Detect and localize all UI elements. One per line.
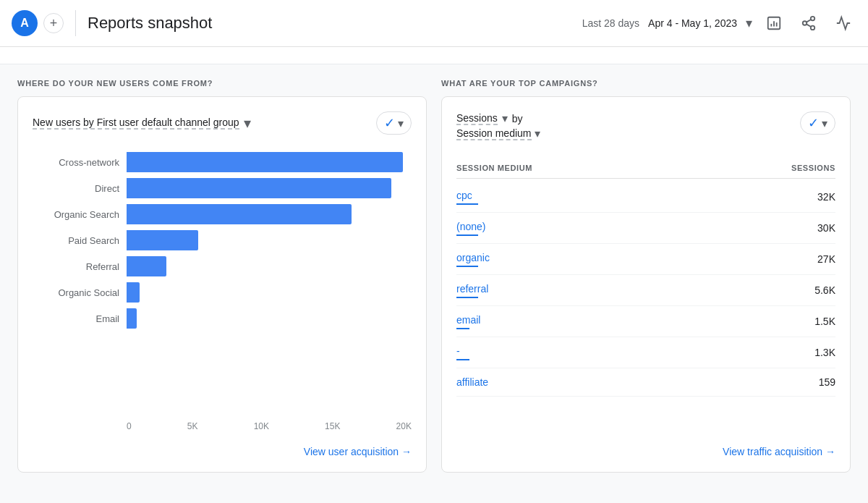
right-check-icon: ✓ [808, 115, 819, 131]
sessions-label[interactable]: Sessions [456, 112, 498, 125]
svg-line-7 [807, 24, 811, 27]
row-medium-cell: cpc [456, 189, 478, 205]
bar-row: Paid Search [33, 230, 412, 250]
svg-point-4 [811, 17, 815, 21]
right-section-title: WHAT ARE YOUR TOP CAMPAIGNS? [441, 79, 851, 88]
table-row: organic27K [456, 244, 835, 275]
check-icon: ✓ [384, 115, 395, 131]
row-medium-cell: affiliate [456, 376, 488, 389]
bar-label: Cross-network [33, 157, 119, 168]
bar-track [127, 308, 412, 329]
right-check-dropdown-arrow[interactable]: ▾ [822, 117, 827, 130]
bar-fill[interactable] [127, 204, 352, 224]
report-icon-btn[interactable] [761, 10, 787, 36]
bar-fill[interactable] [127, 152, 403, 172]
bar-label: Organic Social [33, 287, 119, 298]
last-x-days: Last 28 days [582, 17, 639, 29]
row-underline [456, 234, 478, 236]
row-medium-cell: referral [456, 282, 488, 298]
add-button[interactable]: + [43, 13, 64, 33]
bar-label: Direct [33, 183, 119, 194]
bar-track [127, 256, 412, 276]
right-section: WHAT ARE YOUR TOP CAMPAIGNS? Sessions ▾ … [441, 64, 851, 473]
bar-fill[interactable] [127, 178, 391, 198]
bar-chart: Cross-networkDirectOrganic SearchPaid Se… [33, 152, 412, 431]
row-sessions-value: 27K [817, 253, 835, 265]
bar-row: Organic Search [33, 204, 412, 224]
main-content: WHERE DO YOUR NEW USERS COME FROM? New u… [0, 64, 868, 490]
row-medium-label[interactable]: - [456, 345, 460, 357]
row-medium-cell: - [456, 345, 469, 360]
table-row: affiliate159 [456, 368, 835, 397]
header: A + Reports snapshot Last 28 days Apr 4 … [0, 0, 868, 47]
svg-point-6 [811, 26, 815, 30]
x-axis-label: 10K [254, 421, 269, 431]
bar-fill[interactable] [127, 282, 140, 303]
bar-row: Direct [33, 178, 412, 198]
sessions-title-group: Sessions ▾ by Session medium ▾ [456, 111, 540, 140]
bar-track [127, 204, 412, 224]
report-icon [766, 15, 782, 31]
view-traffic-acquisition-link[interactable]: View traffic acquisition → [456, 431, 835, 457]
col-header-sessions: SESSIONS [791, 164, 835, 172]
sessions-line1: Sessions ▾ by [456, 111, 540, 125]
left-section: WHERE DO YOUR NEW USERS COME FROM? New u… [17, 64, 427, 473]
header-divider [75, 10, 76, 36]
x-axis-label: 0 [127, 421, 132, 431]
date-dropdown-arrow[interactable]: ▾ [746, 15, 752, 31]
table-header: SESSION MEDIUM SESSIONS [456, 158, 835, 179]
row-sessions-value: 1.5K [814, 316, 835, 327]
table-row: email1.5K [456, 306, 835, 337]
row-sessions-value: 1.3K [814, 347, 835, 358]
bar-label: Referral [33, 261, 119, 272]
row-underline [456, 203, 478, 205]
sessions-line2: Session medium ▾ [456, 127, 540, 140]
right-check-dropdown[interactable]: ✓ ▾ [800, 111, 835, 135]
row-medium-label[interactable]: referral [456, 283, 488, 295]
left-card: New users by First user default channel … [17, 96, 427, 473]
left-card-title-group: New users by First user default channel … [33, 114, 251, 132]
bar-track [127, 282, 412, 303]
share-icon-btn[interactable] [796, 10, 822, 36]
col-header-medium: SESSION MEDIUM [456, 164, 532, 172]
analytics-icon-btn[interactable] [830, 10, 856, 36]
bars-container: Cross-networkDirectOrganic SearchPaid Se… [33, 152, 412, 334]
check-dropdown-arrow[interactable]: ▾ [398, 117, 404, 130]
avatar[interactable]: A [12, 10, 38, 36]
row-underline-short [456, 359, 469, 360]
svg-line-8 [807, 20, 811, 22]
row-medium-cell: email [456, 313, 480, 329]
row-medium-label[interactable]: organic [456, 252, 490, 263]
view-user-acquisition-link[interactable]: View user acquisition → [33, 431, 412, 457]
session-medium-dropdown-arrow[interactable]: ▾ [535, 127, 540, 140]
bar-fill[interactable] [127, 256, 166, 276]
left-dropdown-arrow[interactable]: ▾ [244, 114, 251, 132]
bar-track [127, 152, 412, 172]
left-check-dropdown[interactable]: ✓ ▾ [376, 111, 412, 135]
bar-row: Cross-network [33, 152, 412, 172]
row-sessions-value: 5.6K [814, 284, 835, 296]
left-card-title: New users by First user default channel … [33, 117, 239, 130]
row-medium-cell: organic [456, 251, 490, 267]
x-axis-label: 15K [325, 421, 340, 431]
bar-track [127, 230, 412, 250]
bar-label: Organic Search [33, 209, 119, 220]
row-medium-label[interactable]: (none) [456, 221, 485, 232]
bar-label: Email [33, 313, 119, 324]
bar-fill[interactable] [127, 230, 198, 250]
page-title: Reports snapshot [88, 14, 582, 33]
top-strip [0, 47, 868, 64]
sessions-dropdown-arrow[interactable]: ▾ [502, 111, 508, 125]
table-row: referral5.6K [456, 275, 835, 306]
svg-point-5 [803, 21, 807, 25]
bar-track [127, 178, 412, 198]
date-range-value[interactable]: Apr 4 - May 1, 2023 [648, 17, 737, 29]
row-medium-label[interactable]: email [456, 314, 480, 326]
table-row: (none)30K [456, 213, 835, 244]
x-axis: 05K10K15K20K [127, 421, 412, 431]
row-medium-label[interactable]: affiliate [456, 376, 488, 388]
bar-fill[interactable] [127, 308, 137, 329]
row-medium-label[interactable]: cpc [456, 190, 472, 201]
session-medium-label[interactable]: Session medium [456, 127, 532, 140]
analytics-icon [835, 15, 851, 31]
